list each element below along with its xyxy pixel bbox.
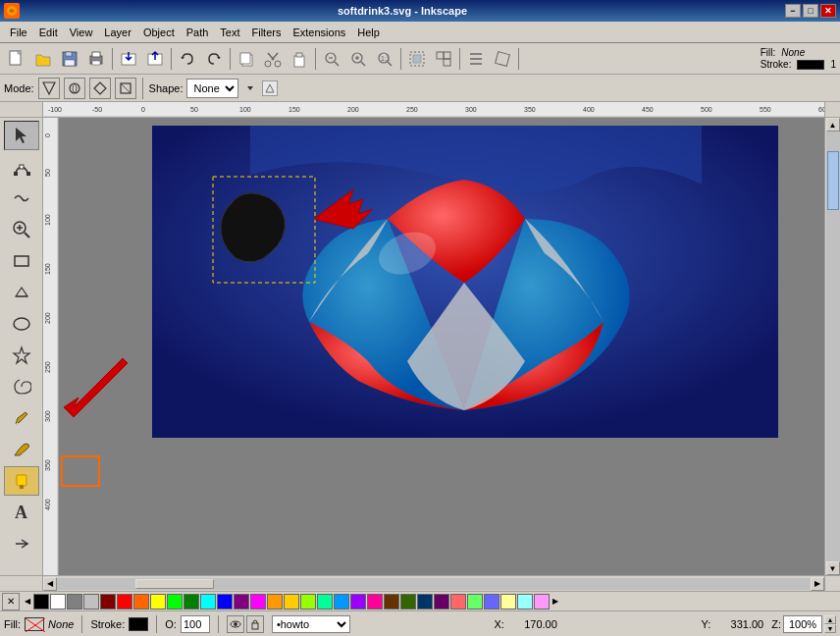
opacity-input[interactable] (181, 615, 210, 633)
tweak-tool-btn[interactable] (4, 184, 39, 213)
color-swatch-29[interactable] (517, 594, 533, 610)
group-button[interactable] (431, 46, 456, 72)
color-swatch-18[interactable] (334, 594, 349, 610)
menu-item-help[interactable]: Help (351, 25, 386, 40)
mode-btn-2[interactable] (64, 78, 85, 99)
star-tool-btn[interactable] (4, 341, 39, 370)
palette-scroll-right[interactable]: ▶ (550, 593, 561, 610)
print-button[interactable] (83, 46, 109, 72)
zoom-fit-button[interactable]: 1:1 (372, 46, 397, 72)
hscroll-thumb[interactable] (135, 579, 214, 589)
paintbucket-tool-btn[interactable] (4, 466, 39, 496)
visibility-toggle[interactable] (227, 615, 244, 633)
color-swatch-13[interactable] (250, 594, 266, 610)
export-button[interactable] (142, 46, 168, 72)
scroll-track[interactable] (826, 132, 840, 561)
menu-item-edit[interactable]: Edit (33, 25, 64, 40)
color-swatch-15[interactable] (284, 594, 299, 610)
zoom-down-btn[interactable]: ▼ (824, 624, 836, 633)
color-swatch-9[interactable] (184, 594, 199, 610)
scroll-right-button[interactable]: ▶ (811, 577, 824, 591)
spiral-tool-btn[interactable] (4, 372, 39, 401)
calligraphy-tool-btn[interactable] (4, 435, 39, 464)
palette-scroll-left[interactable]: ◀ (22, 593, 33, 610)
color-swatch-21[interactable] (384, 594, 399, 610)
ellipse-tool-btn[interactable] (4, 309, 39, 339)
color-swatch-5[interactable] (117, 594, 132, 610)
color-swatch-23[interactable] (417, 594, 433, 610)
cut-button[interactable] (260, 46, 286, 72)
color-swatch-6[interactable] (133, 594, 149, 610)
shape-dropdown-arrow[interactable] (242, 79, 258, 98)
menu-item-file[interactable]: File (4, 25, 33, 40)
menu-item-filters[interactable]: Filters (246, 25, 288, 40)
align-button[interactable] (463, 46, 489, 72)
zoom-spinner[interactable]: ▲ ▼ (824, 615, 836, 633)
scroll-up-button[interactable]: ▲ (826, 118, 840, 132)
menu-item-text[interactable]: Text (214, 25, 245, 40)
transform-button[interactable] (490, 46, 515, 72)
scroll-thumb[interactable] (827, 151, 839, 210)
color-swatch-17[interactable] (317, 594, 333, 610)
color-swatch-1[interactable] (50, 594, 66, 610)
node-tool-btn[interactable] (4, 152, 39, 182)
color-swatch-30[interactable] (534, 594, 550, 610)
maximize-button[interactable]: □ (803, 4, 818, 18)
color-swatch-11[interactable] (217, 594, 233, 610)
color-swatch-2[interactable] (67, 594, 82, 610)
color-swatch-19[interactable] (350, 594, 366, 610)
selector-tool-btn[interactable] (4, 121, 39, 150)
new-button[interactable] (4, 46, 29, 72)
color-swatch-27[interactable] (484, 594, 499, 610)
lock-toggle[interactable] (246, 615, 264, 633)
zoom-out-button[interactable] (319, 46, 344, 72)
mode-btn-1[interactable] (38, 78, 60, 99)
horizontal-scrollbar[interactable]: ◀ ▶ (43, 575, 824, 591)
no-color-swatch[interactable]: ✕ (2, 593, 20, 610)
shape-select[interactable]: None (186, 79, 238, 98)
pencil-tool-btn[interactable] (4, 403, 39, 433)
menu-item-path[interactable]: Path (181, 25, 215, 40)
more-tools-btn[interactable] (4, 529, 39, 558)
color-swatch-26[interactable] (467, 594, 483, 610)
mode-btn-4[interactable] (115, 78, 136, 99)
color-swatch-12[interactable] (234, 594, 249, 610)
scroll-left-button[interactable]: ◀ (43, 577, 57, 591)
layer-select[interactable]: •howto (272, 615, 350, 633)
hscroll-track[interactable] (57, 578, 811, 590)
zoom-up-btn[interactable]: ▲ (824, 615, 836, 624)
color-swatch-8[interactable] (167, 594, 183, 610)
rect-tool-btn[interactable] (4, 246, 39, 276)
color-swatch-22[interactable] (400, 594, 416, 610)
zoom-input[interactable] (783, 615, 822, 633)
color-swatch-28[interactable] (500, 594, 516, 610)
paste-button[interactable] (287, 46, 312, 72)
zoom-in-button[interactable] (345, 46, 371, 72)
close-button[interactable]: ✕ (820, 4, 836, 18)
color-swatch-20[interactable] (367, 594, 383, 610)
color-swatch-16[interactable] (300, 594, 316, 610)
minimize-button[interactable]: − (785, 4, 801, 18)
import-button[interactable] (116, 46, 141, 72)
save-button[interactable] (57, 46, 82, 72)
redo-button[interactable] (201, 46, 227, 72)
color-swatch-4[interactable] (100, 594, 116, 610)
3dbox-tool-btn[interactable] (4, 278, 39, 307)
open-button[interactable] (30, 46, 56, 72)
menu-item-layer[interactable]: Layer (98, 25, 137, 40)
color-swatch-0[interactable] (33, 594, 49, 610)
color-swatch-14[interactable] (267, 594, 283, 610)
select-all-button[interactable] (404, 46, 430, 72)
text-tool-btn[interactable]: A (4, 498, 39, 527)
canvas-viewport[interactable] (59, 118, 824, 575)
color-swatch-24[interactable] (434, 594, 449, 610)
menu-item-extensions[interactable]: Extensions (287, 25, 351, 40)
menu-item-object[interactable]: Object (137, 25, 181, 40)
zoom-tool-btn[interactable] (4, 215, 39, 244)
color-swatch-3[interactable] (83, 594, 99, 610)
color-swatch-7[interactable] (150, 594, 166, 610)
undo-button[interactable] (175, 46, 200, 72)
vertical-scrollbar[interactable]: ▲ ▼ (824, 118, 840, 575)
color-swatch-10[interactable] (200, 594, 216, 610)
mode-btn-3[interactable] (89, 78, 111, 99)
